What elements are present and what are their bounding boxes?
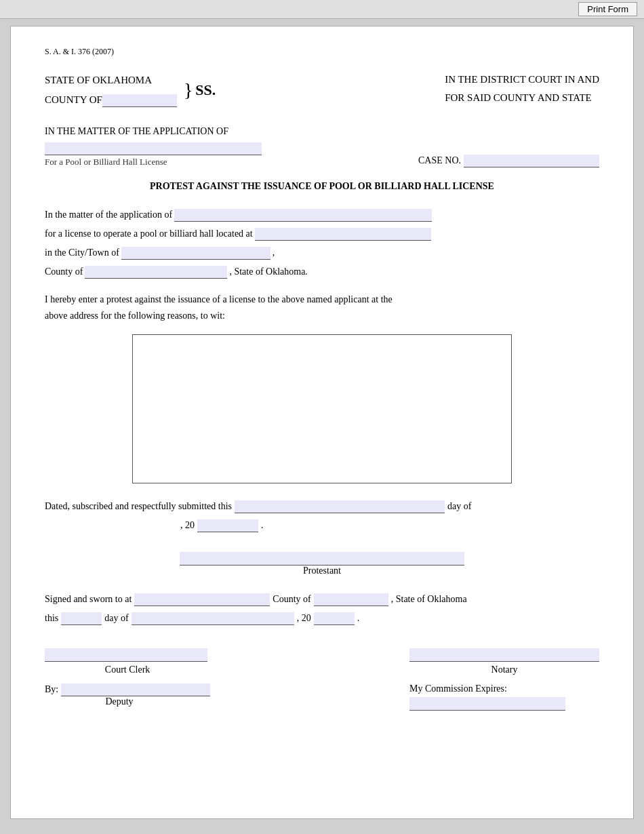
body-section: In the matter of the application of for … (45, 205, 599, 281)
print-button[interactable]: Print Form (578, 2, 637, 16)
court-clerk-label: Court Clerk (45, 664, 210, 675)
billiard-label: For a Pool or Billiard Hall License (45, 157, 262, 167)
applicant-name-input[interactable] (45, 142, 262, 155)
body-line3-suffix: , (273, 243, 275, 262)
form-id: S. A. & I. 376 (2007) (45, 47, 599, 57)
body-line4: County of , State of Oklahoma. (45, 262, 599, 281)
sworn-day-of-input[interactable] (132, 612, 294, 625)
dated-line2: , 20 . (180, 516, 599, 535)
state-county-block: STATE OF OKLAHOMA COUNTY OF } SS. (45, 71, 216, 109)
sworn-location-input[interactable] (134, 593, 270, 606)
application-of-input[interactable] (174, 209, 432, 222)
protestant-signature-line (180, 552, 464, 565)
reasons-textarea[interactable] (133, 335, 511, 483)
sworn-comma-20: , 20 (297, 609, 311, 628)
body-line1: In the matter of the application of (45, 205, 599, 224)
header-section: STATE OF OKLAHOMA COUNTY OF } SS. IN THE… (45, 71, 599, 109)
located-at-input[interactable] (255, 228, 431, 241)
toolbar: Print Form (0, 0, 644, 19)
case-no-line: CASE NO. (418, 155, 599, 167)
sworn-section: Signed and sworn to at County of , State… (45, 590, 599, 628)
sworn-state-suffix: , State of Oklahoma (391, 590, 467, 609)
court-line2: FOR SAID COUNTY AND STATE (445, 89, 599, 107)
court-line1: IN THE DISTRICT COURT IN AND (445, 71, 599, 89)
form-page: S. A. & I. 376 (2007) STATE OF OKLAHOMA … (10, 26, 634, 819)
body-line1-prefix: In the matter of the application of (45, 205, 172, 224)
ss-label: SS. (195, 81, 216, 99)
dated-section: Dated, subscribed and respectfully submi… (45, 497, 599, 535)
sworn-prefix: Signed and sworn to at (45, 590, 132, 609)
sworn-this: this (45, 609, 58, 628)
notary-block: Notary My Commission Expires: (409, 648, 599, 711)
protest-title: PROTEST AGAINST THE ISSUANCE OF POOL OR … (45, 181, 599, 192)
county-body-input[interactable] (85, 266, 227, 279)
county-group: COUNTY OF (45, 90, 177, 110)
protest-line2: above address for the following reasons,… (45, 308, 599, 324)
court-header: IN THE DISTRICT COURT IN AND FOR SAID CO… (445, 71, 599, 109)
sworn-day-input[interactable] (61, 612, 102, 625)
state-label: STATE OF OKLAHOMA (45, 71, 177, 90)
dated-line1: Dated, subscribed and respectfully submi… (45, 497, 599, 516)
protest-line1: I hereby enter a protest against the iss… (45, 292, 599, 308)
body-line4-prefix: County of (45, 262, 83, 281)
body-line4-suffix: , State of Oklahoma. (229, 262, 307, 281)
dated-name-input[interactable] (235, 500, 445, 513)
sworn-line2: this day of , 20 . (45, 609, 599, 628)
brace-symbol: } (184, 81, 193, 100)
by-label: By: (45, 684, 58, 695)
notary-label: Notary (409, 664, 599, 675)
reasons-box (132, 334, 512, 483)
state-county-text: STATE OF OKLAHOMA COUNTY OF (45, 71, 177, 109)
body-line2: for a license to operate a pool or billi… (45, 224, 599, 243)
dated-comma: , 20 (180, 516, 195, 535)
body-line3-prefix: in the City/Town of (45, 243, 119, 262)
sworn-line1: Signed and sworn to at County of , State… (45, 590, 599, 609)
body-line2-prefix: for a license to operate a pool or billi… (45, 224, 253, 243)
deputy-label: Deputy (45, 696, 194, 707)
sworn-day-prefix: day of (104, 609, 128, 628)
officials-section: Court Clerk By: Deputy Notary My Commiss… (45, 648, 599, 711)
sworn-period: . (357, 609, 360, 628)
case-no-input[interactable] (464, 155, 599, 167)
body-line3: in the City/Town of , (45, 243, 599, 262)
county-header-input[interactable] (102, 94, 177, 107)
commission-label: My Commission Expires: (409, 683, 507, 694)
city-town-input[interactable] (121, 247, 270, 260)
sworn-county-input[interactable] (314, 593, 388, 606)
protestant-label: Protestant (303, 565, 341, 576)
matter-section: IN THE MATTER OF THE APPLICATION OF For … (45, 126, 599, 167)
clerk-line (45, 648, 207, 662)
signature-section: Protestant (45, 552, 599, 576)
notary-line (409, 648, 599, 662)
sworn-county-prefix: County of (273, 590, 310, 609)
matter-title: IN THE MATTER OF THE APPLICATION OF (45, 126, 599, 137)
case-no-label: CASE NO. (418, 155, 461, 166)
sworn-year-input[interactable] (314, 612, 355, 625)
clerk-block: Court Clerk By: Deputy (45, 648, 210, 707)
protest-statement: I hereby enter a protest against the iss… (45, 292, 599, 324)
county-label: COUNTY OF (45, 90, 102, 110)
dated-period: . (261, 516, 264, 535)
dated-year-input[interactable] (197, 519, 258, 532)
by-section: By: (45, 683, 210, 696)
dated-prefix: Dated, subscribed and respectfully submi… (45, 497, 232, 516)
by-input[interactable] (61, 683, 210, 696)
dated-day-suffix: day of (447, 497, 471, 516)
commission-line (409, 697, 565, 711)
